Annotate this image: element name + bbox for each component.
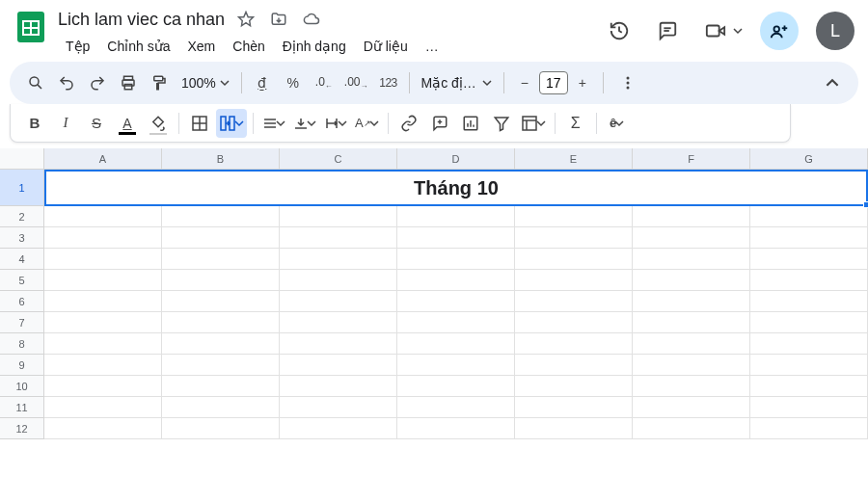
cell[interactable] (750, 291, 868, 312)
merged-cell-selected[interactable]: Tháng 10 (44, 170, 868, 206)
cell[interactable] (280, 291, 397, 312)
row-header[interactable]: 5 (0, 270, 44, 291)
cell[interactable] (515, 227, 633, 249)
document-title[interactable]: Lich lam viec ca nhan (58, 10, 225, 30)
cell[interactable] (44, 418, 162, 439)
menu-data[interactable]: Dữ liệu (356, 35, 416, 58)
row-header[interactable]: 3 (0, 227, 44, 249)
cell[interactable] (750, 312, 868, 333)
cell[interactable] (397, 206, 515, 227)
cell[interactable] (515, 270, 633, 291)
cell[interactable] (633, 206, 750, 227)
cell[interactable] (397, 376, 515, 397)
cell[interactable] (280, 397, 397, 418)
cell[interactable] (280, 270, 397, 291)
cell[interactable] (397, 312, 515, 333)
column-header[interactable]: E (515, 148, 633, 169)
account-avatar[interactable]: L (816, 12, 854, 50)
filter-views-dropdown[interactable] (518, 109, 549, 138)
meet-dropdown[interactable] (700, 15, 743, 46)
column-header[interactable]: F (633, 148, 750, 169)
cell[interactable] (162, 249, 280, 270)
input-tools-button[interactable]: ê (603, 109, 632, 138)
row-header[interactable]: 1 (0, 170, 44, 206)
spreadsheet-grid[interactable]: A B C D E F G 1 Tháng 10 2 3 4 5 6 7 8 9… (0, 148, 868, 439)
cell[interactable] (633, 249, 750, 270)
cell[interactable] (633, 397, 750, 418)
cell[interactable] (44, 333, 162, 355)
paint-format-icon[interactable] (145, 68, 174, 97)
cell[interactable] (280, 312, 397, 333)
italic-button[interactable]: I (51, 109, 80, 138)
print-icon[interactable] (114, 68, 143, 97)
row-header[interactable]: 2 (0, 206, 44, 227)
insert-chart-icon[interactable] (456, 109, 485, 138)
cell[interactable] (162, 227, 280, 249)
cell[interactable] (162, 418, 280, 439)
cell[interactable] (162, 291, 280, 312)
more-toolbar-icon[interactable] (613, 68, 642, 97)
history-icon[interactable] (604, 15, 635, 46)
cell[interactable] (44, 355, 162, 376)
cloud-saved-icon[interactable] (300, 8, 323, 31)
cell[interactable] (515, 249, 633, 270)
font-family-dropdown[interactable]: Mặc đị… (416, 75, 498, 91)
cell[interactable] (280, 227, 397, 249)
cell[interactable] (515, 312, 633, 333)
row-header[interactable]: 9 (0, 355, 44, 376)
cell[interactable] (515, 333, 633, 355)
cell[interactable] (162, 333, 280, 355)
cell[interactable] (162, 376, 280, 397)
row-header[interactable]: 8 (0, 333, 44, 355)
cell[interactable] (750, 270, 868, 291)
move-folder-icon[interactable] (267, 8, 290, 31)
cell[interactable] (280, 333, 397, 355)
fill-color-button[interactable] (144, 109, 173, 138)
row-header[interactable]: 10 (0, 376, 44, 397)
cell[interactable] (162, 206, 280, 227)
search-menus-icon[interactable] (21, 68, 50, 97)
menu-more[interactable]: … (418, 35, 447, 58)
cell[interactable] (633, 312, 750, 333)
cell[interactable] (280, 206, 397, 227)
functions-button[interactable]: Σ (561, 109, 590, 138)
cell[interactable] (44, 376, 162, 397)
cell[interactable] (397, 355, 515, 376)
cell[interactable] (633, 291, 750, 312)
decrease-decimal-button[interactable]: .0← (310, 68, 339, 97)
cell[interactable] (397, 270, 515, 291)
row-header[interactable]: 11 (0, 397, 44, 418)
bold-button[interactable]: B (20, 109, 49, 138)
zoom-dropdown[interactable]: 100% (176, 75, 235, 91)
cell[interactable] (44, 397, 162, 418)
font-size-input[interactable] (539, 71, 568, 94)
cell[interactable] (280, 376, 397, 397)
strikethrough-button[interactable]: S (82, 109, 111, 138)
cell[interactable] (515, 418, 633, 439)
cell[interactable] (162, 270, 280, 291)
cell[interactable] (515, 291, 633, 312)
more-formats-button[interactable]: 123 (374, 68, 403, 97)
cell[interactable] (397, 333, 515, 355)
cell[interactable] (515, 397, 633, 418)
increase-font-size-button[interactable]: + (568, 68, 597, 97)
horizontal-align-button[interactable] (259, 109, 288, 138)
text-wrap-button[interactable] (321, 109, 350, 138)
insert-link-icon[interactable] (394, 109, 423, 138)
increase-decimal-button[interactable]: .00→ (340, 68, 372, 97)
cell[interactable] (750, 355, 868, 376)
comment-icon[interactable] (652, 15, 683, 46)
menu-insert[interactable]: Chèn (225, 35, 272, 58)
cell[interactable] (162, 397, 280, 418)
menu-file[interactable]: Tệp (58, 35, 97, 58)
cell[interactable] (397, 291, 515, 312)
cell[interactable] (515, 376, 633, 397)
redo-icon[interactable] (83, 68, 112, 97)
cell[interactable] (750, 227, 868, 249)
cell[interactable] (633, 355, 750, 376)
text-color-button[interactable]: A (113, 109, 142, 138)
cell[interactable] (44, 206, 162, 227)
vertical-align-button[interactable] (290, 109, 319, 138)
percent-button[interactable]: % (279, 68, 308, 97)
merge-cells-button[interactable] (216, 109, 247, 138)
